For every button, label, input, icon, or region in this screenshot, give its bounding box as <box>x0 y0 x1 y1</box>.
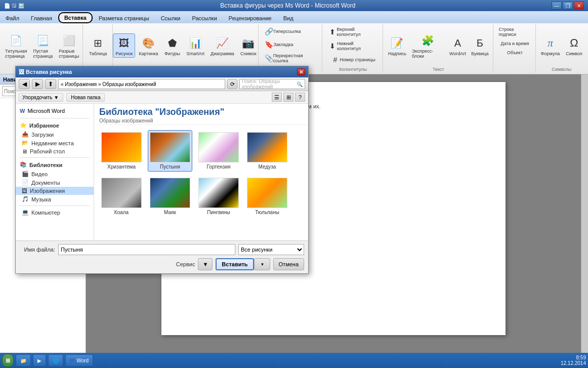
date-time-button[interactable]: Дата и время <box>498 39 532 48</box>
footer-button[interactable]: ⬇ Нижний колонтитул <box>325 39 381 53</box>
search-bar[interactable]: Поиск: Образцы изображений 🔍 <box>239 79 305 89</box>
page-number-button[interactable]: # Номер страницы <box>328 54 377 66</box>
thumbnail-item-tulips[interactable]: Тюльпаны <box>245 176 289 217</box>
blank-page-button[interactable]: 📃 Пустаястраница <box>31 31 56 60</box>
signature-line-button[interactable]: Строка подписи <box>496 25 534 38</box>
refresh-button[interactable]: ⟳ <box>227 79 237 89</box>
wordart-button[interactable]: A WordArt <box>447 33 468 58</box>
thumbnail-item-chrysanthemum[interactable]: Хризантема <box>99 130 144 172</box>
service-button[interactable]: ▼ <box>198 258 213 270</box>
tab-references[interactable]: Ссылки <box>155 12 186 23</box>
tab-review[interactable]: Рецензирование <box>223 12 277 23</box>
dialog-toolbar2: Упорядочить ▼ Новая папка ☰ ⊞ ? <box>16 91 308 104</box>
dialog-sidebar: W Microsoft Word ⭐ Избранное 📥 Загрузки … <box>16 104 94 240</box>
sidebar-item-video[interactable]: 🎬 Видео <box>16 170 94 178</box>
tab-view[interactable]: Вид <box>278 12 299 23</box>
filetype-select[interactable]: Все рисунки JPEG PNG BMP <box>238 244 304 255</box>
header-footer-group-label: Колонтитулы <box>339 66 367 72</box>
insert-button[interactable]: Вставить <box>216 258 254 270</box>
clipart-button[interactable]: 🎨 Картинка <box>136 33 160 58</box>
bookmark-button[interactable]: 🔖 Закладка <box>262 38 296 51</box>
thumbnail-item-jellyfish[interactable]: Медуза <box>245 130 289 172</box>
formula-button[interactable]: π Формула <box>538 33 563 58</box>
dialog-close-button[interactable]: ✕ <box>297 68 305 75</box>
thumbnail-item-lighthouse[interactable]: Маяк <box>148 176 192 217</box>
symbol-button[interactable]: Ω Символ <box>563 33 584 58</box>
favorites-icon: ⭐ <box>20 122 27 129</box>
thumbnail-grid: ХризантемаПустыняГортензияМедузаКоалаМая… <box>94 125 308 222</box>
page-break-button[interactable]: ⬜ Разрывстраницы <box>56 31 81 60</box>
sidebar-item-desktop[interactable]: 🖥 Рабочий стол <box>16 147 94 155</box>
sidebar-item-computer[interactable]: 💻 Компьютер <box>16 208 94 217</box>
table-button[interactable]: ⊞ Таблица <box>86 33 111 58</box>
tab-page-layout[interactable]: Разметка страницы <box>93 12 155 23</box>
tab-file[interactable]: Файл <box>0 12 25 23</box>
libraries-header: 📚 Библиотеки <box>16 160 94 170</box>
thumbnail-img-lighthouse <box>150 178 190 208</box>
quickparts-button[interactable]: 🧩 Экспресс-блоки <box>409 31 446 60</box>
view-buttons: ☰ ⊞ ? <box>272 93 305 102</box>
smartart-button[interactable]: 📊 SmartArt <box>184 33 207 58</box>
textbox-button[interactable]: 📝 Надпись <box>386 33 408 58</box>
taskbar-clock: 8:59 12.12.2014 <box>561 355 586 366</box>
sidebar-divider-3 <box>20 206 90 206</box>
help-button[interactable]: ? <box>295 93 305 102</box>
view-list-button[interactable]: ☰ <box>272 93 282 102</box>
thumbnail-img-jellyfish <box>247 132 287 162</box>
sidebar-item-images[interactable]: 🖼 Изображения <box>16 187 94 195</box>
formula-icon: π <box>542 35 558 51</box>
sidebar-item-documents[interactable]: 📄 Документы <box>16 178 94 187</box>
new-folder-button[interactable]: Новая папка <box>66 93 105 102</box>
thumbnail-img-koala <box>101 178 142 208</box>
taskbar-explorer-button[interactable]: 📁 <box>16 354 31 366</box>
up-button[interactable]: ⬆ <box>45 79 56 89</box>
thumbnail-item-koala[interactable]: Коала <box>99 176 144 217</box>
thumbnail-item-desert[interactable]: Пустыня <box>148 130 192 172</box>
sidebar-item-downloads[interactable]: 📥 Загрузки <box>16 130 94 139</box>
taskbar-word-button[interactable]: W Word <box>65 354 93 366</box>
taskbar-browser-button[interactable]: 🌐 <box>48 354 63 366</box>
forward-button[interactable]: ▶ <box>32 79 43 89</box>
filename-input[interactable] <box>58 244 235 255</box>
sidebar-item-music[interactable]: 🎵 Музыка <box>16 195 94 203</box>
dialog-title-bar: 🖼 Вставка рисунка ✕ <box>16 66 308 77</box>
close-button[interactable]: ✕ <box>574 2 584 10</box>
shapes-button[interactable]: ⬟ Фигуры <box>162 33 183 58</box>
sidebar-item-recent[interactable]: 📂 Недавние места <box>16 139 94 147</box>
tab-home[interactable]: Главная <box>25 12 58 23</box>
page-number-icon: # <box>330 55 340 64</box>
title-page-button[interactable]: 📄 Титульнаястраница <box>3 31 29 60</box>
start-button[interactable]: ⊞ <box>2 354 14 367</box>
computer-icon: 💻 <box>22 209 29 216</box>
thumbnail-label-hortensia: Гортензия <box>207 164 231 170</box>
picture-button[interactable]: 🖼 Рисунок <box>113 33 135 58</box>
documents-icon: 📄 <box>22 179 29 186</box>
cancel-label: Отмена <box>279 261 299 267</box>
library-subtitle: Образцы изображений <box>99 118 224 124</box>
sidebar-divider-2 <box>20 157 90 158</box>
restore-button[interactable]: ❐ <box>563 2 573 10</box>
hyperlink-button[interactable]: 🔗 Гиперссылка <box>262 25 303 37</box>
path-bar[interactable]: « Изображения » Образцы изображений <box>58 79 225 89</box>
cancel-button[interactable]: Отмена <box>273 258 304 270</box>
taskbar-media-button[interactable]: ▶ <box>33 354 46 366</box>
chart-button[interactable]: 📈 Диаграмма <box>208 33 237 58</box>
signature-buttons: Строка подписи Дата и время Объект <box>496 25 534 71</box>
object-button[interactable]: Объект <box>505 49 525 57</box>
tab-mailings[interactable]: Рассылки <box>186 12 222 23</box>
back-button[interactable]: ◀ <box>19 79 30 89</box>
organize-button[interactable]: Упорядочить ▼ <box>19 93 63 102</box>
screenshot-button[interactable]: 📷 Снимок <box>238 33 259 58</box>
header-button[interactable]: ⬆ Верхний колонтитул <box>325 25 381 38</box>
dropcap-button[interactable]: Б Буквица <box>469 33 490 58</box>
view-grid-button[interactable]: ⊞ <box>283 93 293 102</box>
crossref-icon: 📎 <box>264 54 273 63</box>
right-scrollbar[interactable] <box>581 74 588 366</box>
minimize-button[interactable]: — <box>552 2 562 10</box>
thumbnail-item-penguins[interactable]: Пингвины <box>196 176 241 217</box>
insert-dropdown-button[interactable]: ▼ <box>254 258 270 270</box>
crossref-button[interactable]: 📎 Перекрестная ссылка <box>262 52 320 65</box>
sidebar-microsoft-word[interactable]: W Microsoft Word <box>16 106 94 116</box>
thumbnail-item-hortensia[interactable]: Гортензия <box>196 130 241 172</box>
tab-insert[interactable]: Вставка <box>58 12 93 23</box>
